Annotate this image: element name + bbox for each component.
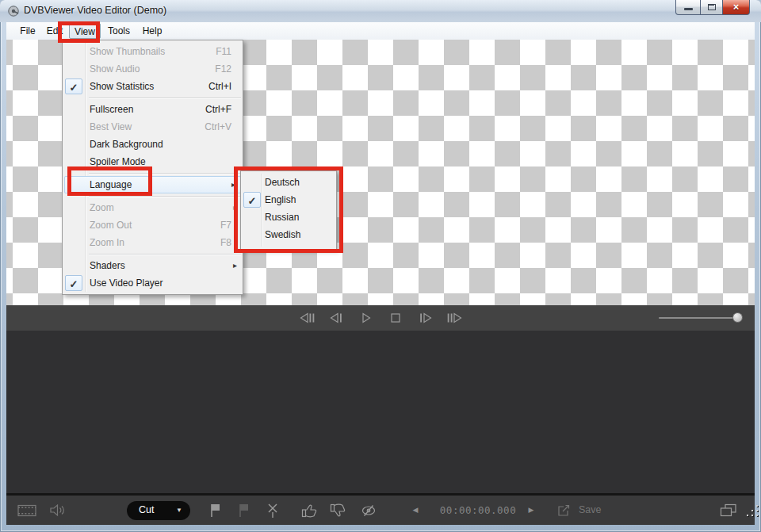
play-button[interactable] [357,311,376,325]
minimize-icon [684,8,693,10]
save-button[interactable]: Save [579,496,626,525]
menu-view[interactable]: View [69,23,101,39]
title-bar[interactable]: DVBViewer Video Editor (Demo) × [0,0,761,22]
menu-separator [89,173,241,174]
menu-item-show-thumbnails[interactable]: Show Thumbnails F11 [63,43,243,60]
show-audio-button[interactable] [46,496,70,525]
menu-item-russian[interactable]: Russian [241,209,336,226]
detach-window-button[interactable] [717,496,740,525]
application-window: DVBViewer Video Editor (Demo) × File Edi… [0,0,761,532]
menu-item-show-statistics[interactable]: ✓ Show Statistics Ctrl+I [63,78,243,95]
menu-item-english[interactable]: ✓ English [241,191,336,209]
checkbox: ✓ [65,275,82,291]
menu-item-label: Show Audio [90,63,140,75]
set-marker-in-button[interactable] [205,496,225,525]
close-button[interactable]: × [723,0,750,15]
menu-item-shortcut: F11 [216,43,231,60]
menu-item-spoiler-mode[interactable]: Spoiler Mode [63,153,243,170]
menu-item-label: Russian [265,212,299,223]
menu-item-label: Language [90,179,132,190]
hide-segment-button[interactable] [357,496,380,525]
transport-bar [6,305,755,331]
cut-position-icon [266,503,280,519]
menu-item-zoom[interactable]: Zoom ▸ [63,199,243,216]
menu-item-language[interactable]: Language ▸ [64,176,241,193]
menu-item-fullscreen[interactable]: Fullscreen Ctrl+F [63,101,243,118]
menu-item-label: English [265,194,296,205]
discard-segment-button[interactable] [327,496,350,525]
set-marker-out-button[interactable] [233,496,254,525]
zoom-slider[interactable] [659,305,746,331]
menu-item-label: Best View [90,121,132,132]
menu-tools[interactable]: Tools [101,23,136,39]
menu-item-zoom-in[interactable]: Zoom In F8 [63,234,243,251]
menu-item-label: Swedish [265,229,300,240]
export-button[interactable] [553,496,574,525]
resize-grip[interactable] [744,503,759,519]
edit-mode-dropdown[interactable]: Cut ▼ [127,501,190,520]
step-back-keyframe-button[interactable] [298,311,317,325]
step-forward-frame-button[interactable] [415,311,434,325]
maximize-button[interactable] [701,0,723,15]
speaker-icon [49,503,67,517]
menu-edit[interactable]: Edit [41,23,68,39]
submenu-arrow-icon: ▸ [233,257,237,274]
show-thumbnails-button[interactable] [14,496,40,525]
window-title: DVBViewer Video Editor (Demo) [24,0,166,21]
thumbs-up-icon [301,503,319,519]
video-preview-area [6,331,755,493]
menu-item-show-audio[interactable]: Show Audio F12 [63,60,243,78]
edit-mode-value: Cut [139,501,154,519]
flag-dim-icon [238,503,250,518]
menu-file[interactable]: File [14,23,41,39]
submenu-arrow-icon: ▸ [231,176,235,193]
menu-help[interactable]: Help [137,23,167,39]
eye-slash-icon [360,503,377,518]
checkbox: ✓ [65,78,82,94]
menu-item-best-view[interactable]: Best View Ctrl+V [63,118,243,136]
menu-item-zoom-out[interactable]: Zoom Out F7 [63,216,243,234]
menu-item-label: Shaders [90,260,125,271]
step-back-frame-button[interactable] [327,311,346,325]
menu-item-label: Use Video Player [90,277,163,289]
minimize-button[interactable] [675,0,701,15]
check-icon: ✓ [70,278,78,290]
menu-item-label: Dark Background [90,139,163,150]
next-icon: ▶ [529,496,534,525]
menu-item-shortcut: Ctrl+V [205,118,231,136]
menu-item-label: Deutsch [265,177,300,188]
maximize-icon [708,4,716,10]
menu-item-label: Zoom [90,202,114,213]
menu-item-label: Show Statistics [90,81,154,92]
menu-bar: File Edit View Tools Help [6,22,755,40]
menu-item-shortcut: F12 [215,60,231,78]
bottom-toolbar: Cut ▼ [6,493,755,525]
cut-at-position-button[interactable] [262,496,284,525]
next-cut-button[interactable]: ▶ [523,496,539,525]
zoom-slider-track[interactable] [659,317,740,319]
menu-item-label: Show Thumbnails [90,46,165,57]
menu-item-shortcut: F8 [220,234,231,251]
transport-buttons [6,305,755,331]
overlap-windows-icon [720,503,737,517]
menu-item-dark-background[interactable]: Dark Background [63,136,243,153]
flag-filled-icon [209,503,221,518]
menu-separator [89,196,241,197]
thumbs-down-icon [330,503,347,519]
check-icon: ✓ [70,82,78,94]
menu-item-shortcut: Ctrl+F [205,101,231,118]
prev-cut-button[interactable]: ◀ [407,496,423,525]
menu-item-shortcut: F7 [220,216,231,234]
timecode-display: 00:00:00.000 [426,496,530,525]
export-icon [557,504,571,517]
menu-item-use-video-player[interactable]: ✓ Use Video Player [63,274,243,292]
checkbox: ✓ [243,192,261,208]
keep-segment-button[interactable] [298,496,322,525]
menu-item-swedish[interactable]: Swedish [241,226,336,243]
step-forward-keyframe-button[interactable] [445,311,464,325]
menu-item-shaders[interactable]: Shaders ▸ [63,257,243,274]
stop-button[interactable] [386,311,405,325]
menu-item-deutsch[interactable]: Deutsch [241,174,336,191]
menu-item-label: Spoiler Mode [90,156,146,167]
zoom-slider-knob[interactable] [732,312,743,323]
